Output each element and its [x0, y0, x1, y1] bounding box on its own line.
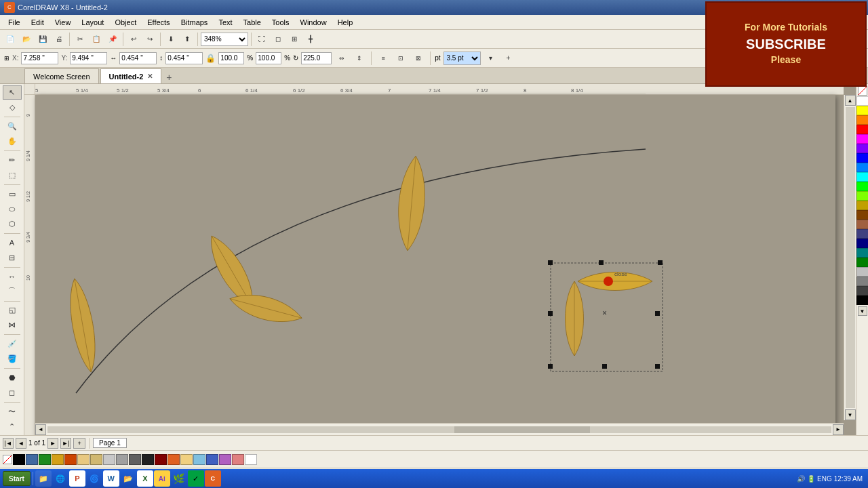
hscrollbar[interactable]: ◄ ► [35, 423, 844, 435]
redo-btn[interactable]: ↪ [142, 32, 157, 47]
page-tab[interactable]: Page 1 [93, 438, 127, 448]
pal-violet[interactable] [856, 144, 869, 153]
swatch-gold[interactable] [52, 454, 64, 465]
freehand-tool[interactable]: ✏ [3, 153, 22, 167]
rect-tool[interactable]: ▭ [3, 187, 22, 201]
swatch-white[interactable] [245, 454, 257, 465]
pal-gray[interactable] [856, 277, 869, 286]
swatch-tan[interactable] [77, 454, 90, 465]
pal-gold[interactable] [856, 201, 869, 210]
swatch-cream[interactable] [180, 454, 193, 465]
add-page-btn[interactable]: + [73, 438, 85, 449]
cut-btn[interactable]: ✂ [73, 32, 87, 47]
pal-magenta[interactable] [856, 134, 869, 144]
taskbar-coreldraw[interactable]: C [205, 470, 221, 487]
smart-fill-tool[interactable]: ⬣ [3, 371, 22, 385]
outline-size-select[interactable]: 3.5 pt 0.5 pt 1 pt [443, 52, 481, 65]
swatch-gray[interactable] [116, 454, 128, 465]
taskbar-folder[interactable]: 📁 [35, 470, 52, 487]
pal-cyan[interactable] [856, 172, 869, 182]
guidelines-btn[interactable]: ╋ [303, 32, 318, 47]
pal-dkgreen[interactable] [856, 258, 869, 267]
swatch-blue[interactable] [26, 454, 38, 465]
roughen-tool[interactable]: ⌃ [3, 420, 22, 434]
start-button[interactable]: Start [3, 471, 31, 486]
pal-black[interactable] [856, 296, 869, 305]
menu-text[interactable]: Text [213, 17, 237, 28]
table-tool[interactable]: ⊟ [3, 251, 22, 265]
mirror-v-btn[interactable]: ⇕ [352, 51, 367, 66]
add-btn[interactable]: + [501, 51, 516, 66]
menu-effects[interactable]: Effects [142, 17, 175, 28]
vscrollbar[interactable]: ▲ ▼ [844, 95, 856, 420]
open-btn[interactable]: 📂 [19, 32, 34, 47]
scale-h-input[interactable] [256, 52, 281, 64]
undo-btn[interactable]: ↩ [126, 32, 141, 47]
shape-tool[interactable]: ◇ [3, 100, 22, 115]
artboard-tool[interactable]: ⬚ [3, 168, 22, 182]
taskbar-appgreen2[interactable]: ✓ [188, 470, 204, 487]
w-input[interactable] [119, 52, 157, 64]
pan-tool[interactable]: ✋ [3, 134, 22, 148]
menu-tools[interactable]: Tools [267, 17, 295, 28]
scroll-down-btn[interactable]: ▼ [845, 409, 856, 420]
angle-input[interactable] [301, 52, 332, 64]
outline-opts-btn[interactable]: ▾ [484, 51, 498, 66]
swatch-orange[interactable] [64, 454, 77, 465]
swatch-nearblack[interactable] [142, 454, 154, 465]
scale-lock[interactable]: 🔒 [205, 54, 216, 63]
taskbar-ie[interactable]: 🌐 [52, 470, 68, 487]
x-input[interactable] [21, 52, 58, 64]
new-btn[interactable]: 📄 [3, 32, 18, 47]
pal-teal[interactable] [856, 248, 869, 258]
taskbar-ppt[interactable]: P [69, 470, 85, 487]
no-color-btn[interactable] [858, 86, 867, 96]
polygon-tool[interactable]: ⬡ [3, 217, 22, 231]
palette-scroll-down[interactable]: ▼ [858, 306, 867, 316]
swatch-ltgray[interactable] [103, 454, 115, 465]
mirror-h-btn[interactable]: ⇔ [334, 51, 349, 66]
next-page-btn[interactable]: ► [47, 438, 58, 449]
pal-dkgray[interactable] [856, 286, 869, 296]
shadow-tool[interactable]: ◱ [3, 303, 22, 317]
tab-close-icon[interactable]: ✕ [147, 73, 153, 80]
menu-bitmaps[interactable]: Bitmaps [176, 17, 214, 28]
taskbar-greenapp[interactable]: 🌿 [171, 470, 187, 487]
swatch-wheat[interactable] [90, 454, 102, 465]
taskbar-word[interactable]: W [103, 470, 119, 487]
ellipse-tool[interactable]: ⬭ [3, 202, 22, 216]
text-tool[interactable]: A [3, 236, 22, 250]
print-btn[interactable]: 🖨 [52, 32, 66, 47]
taskbar-ai[interactable]: Ai [154, 470, 170, 487]
ungroup-btn[interactable]: ⊠ [411, 51, 426, 66]
tab-add-button[interactable]: + [163, 71, 175, 83]
swatch-black[interactable] [13, 454, 25, 465]
group-btn[interactable]: ⊡ [393, 51, 408, 66]
scroll-right-btn[interactable]: ► [833, 424, 844, 435]
zoom-tool[interactable]: 🔍 [3, 119, 22, 134]
pal-ltgreen[interactable] [856, 191, 869, 201]
swatch-green[interactable] [39, 454, 51, 465]
last-page-btn[interactable]: ►| [60, 438, 71, 449]
eyedrop-tool[interactable]: 💉 [3, 337, 22, 351]
pal-green[interactable] [856, 182, 869, 191]
pal-orange[interactable] [856, 115, 869, 125]
pal-silver[interactable] [856, 267, 869, 277]
swatch-purple[interactable] [219, 454, 231, 465]
select-tool[interactable]: ↖ [3, 85, 22, 100]
scale-w-input[interactable] [218, 52, 244, 64]
paste-btn[interactable]: 📌 [105, 32, 120, 47]
copy-btn[interactable]: 📋 [89, 32, 104, 47]
taskbar-excel[interactable]: X [137, 470, 153, 487]
scroll-up-btn[interactable]: ▲ [845, 95, 856, 106]
h-input[interactable] [165, 52, 203, 64]
fill-tool[interactable]: 🪣 [3, 352, 22, 366]
grid-btn[interactable]: ⊞ [287, 32, 302, 47]
swatch-cobalt[interactable] [206, 454, 218, 465]
eraser-tool[interactable]: ◻ [3, 386, 22, 400]
menu-view[interactable]: View [50, 17, 77, 28]
pal-navy[interactable] [856, 239, 869, 248]
menu-object[interactable]: Object [109, 17, 142, 28]
taskbar-file2[interactable]: 📂 [120, 470, 136, 487]
pal-ltblue[interactable] [856, 163, 869, 172]
